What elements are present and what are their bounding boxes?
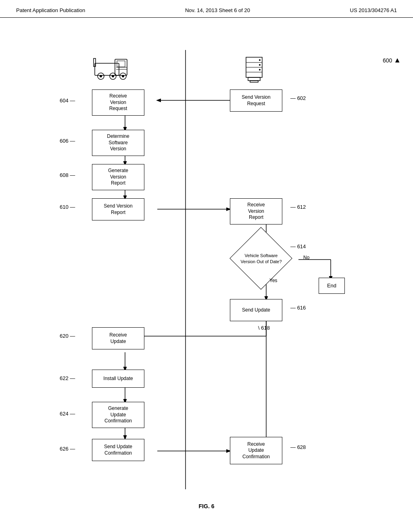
node-624: GenerateUpdateConfirmation — [92, 402, 144, 428]
node-614: Vehicle SoftwareVersion Out of Date? — [230, 237, 292, 280]
header-right: US 2013/304276 A1 — [350, 7, 397, 13]
label-602: — 602 — [290, 95, 306, 101]
node-626: Send UpdateConfirmation — [92, 439, 144, 461]
svg-point-23 — [112, 75, 114, 77]
node-608: GenerateVersionReport — [92, 164, 144, 190]
label-606: 606 — — [60, 138, 75, 144]
header-middle: Nov. 14, 2013 Sheet 6 of 20 — [185, 7, 250, 13]
label-618: \ 618 — [258, 325, 270, 331]
label-622: 622 — — [60, 375, 75, 381]
end-box: End — [319, 278, 345, 294]
page-header: Patent Application Publication Nov. 14, … — [0, 0, 413, 18]
diagram-id: 600 ▲ — [383, 56, 401, 64]
node-622: Install Update — [92, 370, 144, 388]
svg-rect-17 — [95, 63, 119, 75]
label-628: — 628 — [290, 444, 306, 450]
svg-point-33 — [259, 59, 261, 61]
svg-point-35 — [259, 69, 261, 71]
label-604: 604 — — [60, 98, 75, 104]
truck-icon — [89, 52, 137, 84]
svg-point-21 — [100, 75, 102, 77]
svg-rect-37 — [250, 81, 258, 82]
node-610: Send VersionReport — [92, 198, 144, 220]
svg-point-34 — [259, 64, 261, 66]
label-610: 610 — — [60, 204, 75, 210]
svg-point-25 — [122, 75, 124, 77]
diagram-area: 600 ▲ — [0, 18, 413, 513]
figure-caption: FIG. 6 — [0, 503, 413, 509]
label-614: — 614 — [290, 243, 306, 249]
label-620: 620 — — [60, 333, 75, 339]
svg-rect-36 — [248, 77, 260, 81]
svg-rect-19 — [117, 61, 125, 67]
header-left: Patent Application Publication — [16, 7, 85, 13]
label-608: 608 — — [60, 172, 75, 178]
node-616: Send Update — [230, 299, 282, 321]
node-628: ReceiveUpdateConfirmation — [230, 437, 282, 464]
node-612: ReceiveVersionReport — [230, 198, 282, 224]
node-606: DetermineSoftwareVersion — [92, 130, 144, 156]
node-602: Send VersionRequest — [230, 89, 282, 112]
node-604: ReceiveVersionRequest — [92, 89, 144, 116]
server-icon — [234, 54, 274, 84]
label-626: 626 — — [60, 446, 75, 452]
label-616: — 616 — [290, 305, 306, 311]
yes-label: Yes — [269, 278, 277, 283]
node-620: ReceiveUpdate — [92, 327, 144, 349]
no-label: No — [303, 255, 309, 260]
label-612: — 612 — [290, 204, 306, 210]
label-624: 624 — — [60, 411, 75, 417]
flow-lines — [0, 18, 413, 513]
